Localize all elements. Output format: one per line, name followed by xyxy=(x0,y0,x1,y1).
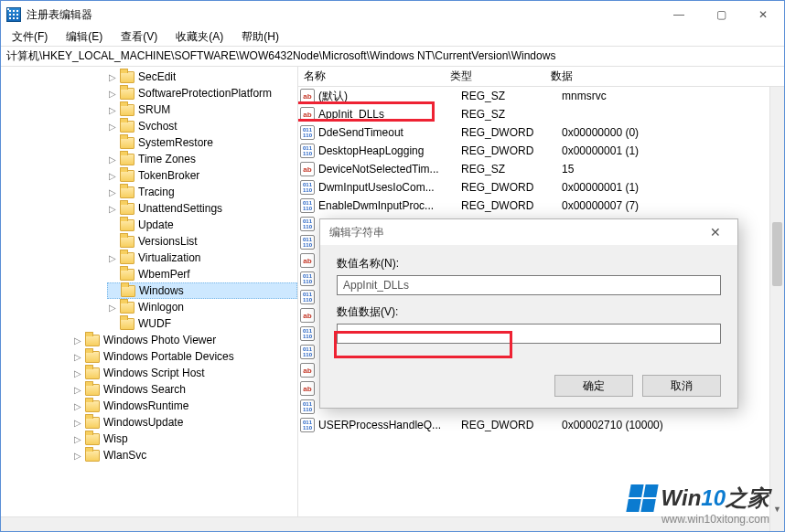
expand-icon[interactable]: ▷ xyxy=(72,368,83,378)
col-type[interactable]: 类型 xyxy=(445,69,545,84)
tree-node[interactable]: Update xyxy=(107,217,297,233)
menu-view[interactable]: 查看(V) xyxy=(113,27,165,47)
tree-label: WlanSvc xyxy=(103,449,146,462)
string-icon: ab xyxy=(300,162,315,176)
tree-node[interactable]: ▷Svchost xyxy=(107,118,297,134)
value-row[interactable]: 011 110USERProcessHandleQ...REG_DWORD0x0… xyxy=(298,416,784,434)
col-name[interactable]: 名称 xyxy=(298,69,445,84)
value-row[interactable]: ab(默认)REG_SZmnmsrvc xyxy=(298,87,784,105)
window-title: 注册表编辑器 xyxy=(27,7,658,23)
tree-node[interactable]: ▷Windows Photo Viewer xyxy=(72,332,297,348)
dword-icon: 011 110 xyxy=(300,399,315,414)
expand-icon[interactable]: ▷ xyxy=(107,122,118,132)
tree-node[interactable]: SystemRestore xyxy=(107,134,297,151)
tree-node[interactable]: ▷Winlogon xyxy=(107,299,297,315)
cancel-button[interactable]: 取消 xyxy=(642,375,721,397)
value-type: REG_DWORD xyxy=(461,181,562,194)
expand-icon[interactable]: ▷ xyxy=(107,303,118,313)
expand-icon[interactable]: ▷ xyxy=(107,187,118,197)
tree-pane[interactable]: ▷SecEdit▷SoftwareProtectionPlatform▷SRUM… xyxy=(1,67,298,531)
expand-icon[interactable]: ▷ xyxy=(107,204,118,214)
tree-node[interactable]: ▷SecEdit xyxy=(107,69,297,85)
tree-node[interactable]: WUDF xyxy=(107,315,297,332)
tree-label: WUDF xyxy=(138,317,171,330)
value-data-field[interactable] xyxy=(337,324,721,344)
value-data: mnmsrvc xyxy=(562,90,784,102)
col-data[interactable]: 数据 xyxy=(545,69,784,84)
folder-icon xyxy=(85,417,100,429)
folder-icon xyxy=(85,450,100,462)
value-name: EnableDwmInputProc... xyxy=(318,199,461,212)
tree-node[interactable]: ▷Time Zones xyxy=(107,151,297,167)
dword-icon: 011 110 xyxy=(300,271,315,286)
expand-icon[interactable]: ▷ xyxy=(107,253,118,263)
value-row[interactable]: 011 110DdeSendTimeoutREG_DWORD0x00000000… xyxy=(298,123,784,142)
value-row[interactable]: abAppInit_DLLsREG_SZ xyxy=(298,105,784,123)
tree-node[interactable]: ▷Tracing xyxy=(107,184,297,200)
menu-help[interactable]: 帮助(H) xyxy=(234,27,286,47)
tree-node[interactable]: ▷SRUM xyxy=(107,101,297,118)
tree-label: Windows Portable Devices xyxy=(103,350,234,363)
tree-hscroll[interactable] xyxy=(1,516,298,531)
tree-node[interactable]: ▷Windows Portable Devices xyxy=(72,348,297,365)
tree-node[interactable]: ▷SoftwareProtectionPlatform xyxy=(107,85,297,101)
ok-button[interactable]: 确定 xyxy=(554,375,633,397)
tree-label: Time Zones xyxy=(138,153,196,165)
value-name: DwmInputUsesIoCom... xyxy=(318,181,461,194)
tree-node[interactable]: ▷Windows Search xyxy=(72,381,297,398)
expand-icon[interactable]: ▷ xyxy=(72,418,83,428)
maximize-button[interactable]: ▢ xyxy=(700,1,742,28)
tree-node[interactable]: ▷Windows Script Host xyxy=(72,365,297,381)
string-icon: ab xyxy=(300,253,315,268)
expand-icon[interactable]: ▷ xyxy=(107,105,118,115)
value-data: 0x00000001 (1) xyxy=(562,181,784,194)
tree-label: Windows Script Host xyxy=(103,367,205,379)
tree-node[interactable]: ▷Virtualization xyxy=(107,250,297,266)
tree-node[interactable]: ▷WindowsRuntime xyxy=(72,398,297,414)
value-row[interactable]: abDeviceNotSelectedTim...REG_SZ15 xyxy=(298,160,784,178)
folder-icon xyxy=(85,400,100,412)
expand-icon[interactable]: ▷ xyxy=(72,335,83,346)
tree-node[interactable]: ▷UnattendSettings xyxy=(107,200,297,217)
address-bar[interactable]: 计算机\HKEY_LOCAL_MACHINE\SOFTWARE\WOW6432N… xyxy=(1,47,784,67)
tree-label: SRUM xyxy=(138,103,170,116)
value-row[interactable]: 011 110DesktopHeapLoggingREG_DWORD0x0000… xyxy=(298,142,784,160)
dword-icon: 011 110 xyxy=(300,290,315,304)
tree-node[interactable]: ▷WlanSvc xyxy=(72,447,297,463)
tree-node[interactable]: VersionsList xyxy=(107,233,297,250)
dialog-close-button[interactable]: ✕ xyxy=(697,219,734,245)
tree-label: SystemRestore xyxy=(138,136,213,149)
tree-node[interactable]: ▷WindowsUpdate xyxy=(72,414,297,431)
tree-node[interactable]: ▷Wisp xyxy=(72,431,297,447)
tree-node[interactable]: Windows xyxy=(107,282,297,299)
expand-icon[interactable]: ▷ xyxy=(107,89,118,99)
expand-icon[interactable]: ▷ xyxy=(107,154,118,165)
expand-icon[interactable]: ▷ xyxy=(107,171,118,181)
folder-icon xyxy=(120,236,134,248)
menu-file[interactable]: 文件(F) xyxy=(5,27,55,47)
tree-label: TokenBroker xyxy=(138,169,199,182)
tree-node[interactable]: ▷TokenBroker xyxy=(107,167,297,184)
expand-icon[interactable]: ▷ xyxy=(72,385,83,395)
tree-node[interactable]: WbemPerf xyxy=(107,266,297,282)
expand-icon[interactable]: ▷ xyxy=(72,352,83,362)
value-type: REG_SZ xyxy=(461,108,562,121)
address-text: 计算机\HKEY_LOCAL_MACHINE\SOFTWARE\WOW6432N… xyxy=(6,48,555,64)
folder-icon xyxy=(120,203,134,215)
close-button[interactable]: ✕ xyxy=(742,1,784,28)
menu-edit[interactable]: 编辑(E) xyxy=(59,27,110,47)
expand-icon[interactable]: ▷ xyxy=(72,401,83,411)
expand-icon[interactable]: ▷ xyxy=(72,434,83,444)
folder-icon xyxy=(121,285,135,297)
menu-favorites[interactable]: 收藏夹(A) xyxy=(168,27,231,47)
tree-label: Windows xyxy=(139,284,184,297)
minimize-button[interactable]: — xyxy=(658,1,700,28)
value-data: 0x00000007 (7) xyxy=(562,199,784,212)
value-row[interactable]: 011 110DwmInputUsesIoCom...REG_DWORD0x00… xyxy=(298,178,784,197)
expand-icon[interactable]: ▷ xyxy=(72,451,83,461)
folder-icon xyxy=(120,104,134,116)
expand-icon[interactable]: ▷ xyxy=(107,72,118,82)
tree-label: Windows Photo Viewer xyxy=(103,334,216,346)
tree-label: Winlogon xyxy=(138,301,184,314)
value-row[interactable]: 011 110EnableDwmInputProc...REG_DWORD0x0… xyxy=(298,197,784,215)
